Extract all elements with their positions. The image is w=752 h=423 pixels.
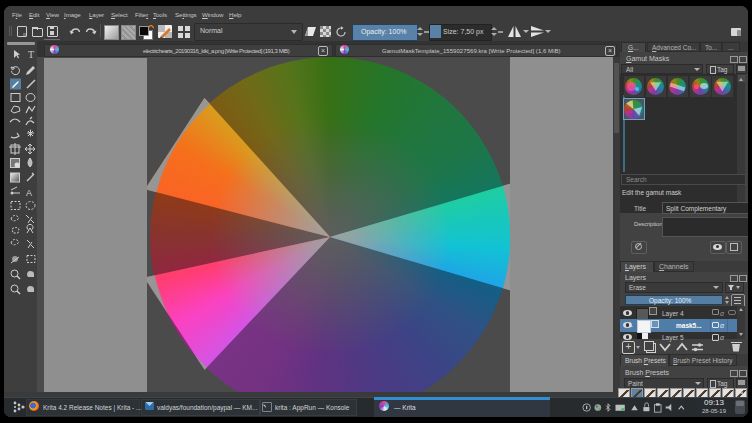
- svg-text:T: T: [28, 49, 34, 60]
- svg-text:A: A: [26, 188, 32, 198]
